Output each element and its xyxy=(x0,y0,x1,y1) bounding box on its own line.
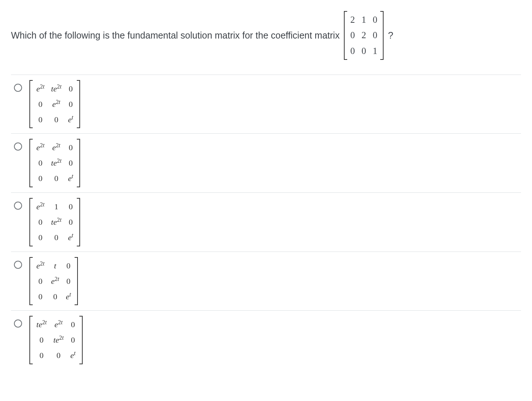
matrix-cell: 1 xyxy=(54,201,58,213)
matrix-cell: 0 xyxy=(40,334,44,346)
bracket-left xyxy=(29,257,33,306)
matrix-cell: te2t xyxy=(36,319,47,330)
radio-D[interactable] xyxy=(14,261,22,269)
bracket-right xyxy=(77,139,80,187)
matrix-cell: 0 xyxy=(69,216,73,228)
matrix-cell: 1 xyxy=(373,44,377,58)
question-stem: Which of the following is the fundamenta… xyxy=(11,11,521,60)
matrix-cell: e2t xyxy=(36,142,44,153)
option-D-content: e2t t 0 0 e2t 0 0 0 et xyxy=(29,257,78,306)
bracket-right xyxy=(380,11,384,60)
bracket-left xyxy=(29,316,33,364)
matrix-cell: 0 xyxy=(362,44,366,58)
matrix-cell: e2t xyxy=(51,275,59,287)
option-E-content: te2t e2t 0 0 te2t 0 0 0 et xyxy=(29,316,83,364)
matrix-cell: 0 xyxy=(71,334,75,346)
matrix-cell: 0 xyxy=(69,142,73,153)
matrix-cell: te2t xyxy=(51,216,61,228)
bracket-left xyxy=(344,11,347,60)
coefficient-matrix: 2 1 0 0 2 0 0 0 1 xyxy=(344,11,384,60)
matrix-cell: 0 xyxy=(39,275,43,287)
matrix-cell: 0 xyxy=(39,157,43,169)
matrix-cell: 2 xyxy=(362,29,366,42)
matrix-cell: e2t xyxy=(52,142,60,153)
matrix-grid: 2 1 0 0 2 0 0 0 1 xyxy=(349,11,378,60)
option-E[interactable]: te2t e2t 0 0 te2t 0 0 0 et xyxy=(11,310,521,369)
radio-C[interactable] xyxy=(14,202,22,210)
matrix-cell: 0 xyxy=(350,29,355,42)
matrix-cell: 0 xyxy=(69,98,73,110)
matrix-cell: 0 xyxy=(66,260,71,272)
options-list: e2t te2t 0 0 e2t 0 0 0 et e2t xyxy=(11,75,521,369)
matrix-cell: 0 xyxy=(40,350,44,361)
matrix-cell: 0 xyxy=(39,173,43,184)
matrix-cell: et xyxy=(66,291,71,303)
matrix-cell: 1 xyxy=(362,13,366,26)
matrix-grid: te2t e2t 0 0 te2t 0 0 0 et xyxy=(35,316,77,364)
bracket-left xyxy=(29,80,33,129)
matrix-cell: e2t xyxy=(36,83,44,95)
bracket-left xyxy=(29,139,33,187)
matrix-cell: 0 xyxy=(66,275,71,287)
matrix-cell: 0 xyxy=(39,216,43,228)
matrix-cell: 0 xyxy=(350,44,355,58)
matrix-cell: te2t xyxy=(51,157,61,169)
matrix-cell: e2t xyxy=(54,319,62,330)
bracket-right xyxy=(75,257,78,306)
matrix-cell: 0 xyxy=(54,232,58,243)
radio-E[interactable] xyxy=(14,319,22,328)
bracket-right xyxy=(79,316,83,364)
matrix-cell: et xyxy=(68,173,73,184)
matrix-cell: 0 xyxy=(39,98,43,110)
matrix-cell: 0 xyxy=(54,173,58,184)
question-text-after: ? xyxy=(388,30,393,41)
matrix-cell: t xyxy=(54,260,56,272)
bracket-right xyxy=(77,198,80,246)
matrix-cell: te2t xyxy=(53,334,64,346)
matrix-cell: 0 xyxy=(54,114,58,126)
matrix-cell: 0 xyxy=(373,29,377,42)
option-B[interactable]: e2t e2t 0 0 te2t 0 0 0 et xyxy=(11,133,521,192)
radio-A[interactable] xyxy=(14,84,22,92)
matrix-cell: 0 xyxy=(373,13,377,26)
bracket-left xyxy=(29,198,33,246)
matrix-cell: e2t xyxy=(52,98,60,110)
matrix-cell: 0 xyxy=(57,350,61,361)
matrix-grid: e2t e2t 0 0 te2t 0 0 0 et xyxy=(35,139,75,187)
matrix-cell: 0 xyxy=(71,319,75,330)
option-A[interactable]: e2t te2t 0 0 e2t 0 0 0 et xyxy=(11,75,521,134)
matrix-cell: et xyxy=(68,114,73,126)
matrix-grid: e2t te2t 0 0 e2t 0 0 0 et xyxy=(35,80,75,129)
matrix-cell: 0 xyxy=(39,232,43,243)
matrix-cell: 0 xyxy=(69,157,73,169)
matrix-grid: e2t 1 0 0 te2t 0 0 0 et xyxy=(35,198,75,246)
matrix-cell: 2 xyxy=(350,13,355,26)
matrix-cell: et xyxy=(70,350,75,361)
matrix-cell: et xyxy=(68,232,73,243)
option-D[interactable]: e2t t 0 0 e2t 0 0 0 et xyxy=(11,252,521,311)
matrix-cell: 0 xyxy=(39,291,43,303)
matrix-grid: e2t t 0 0 e2t 0 0 0 et xyxy=(35,257,72,306)
option-C-content: e2t 1 0 0 te2t 0 0 0 et xyxy=(29,198,80,246)
matrix-cell: 0 xyxy=(69,201,73,213)
radio-B[interactable] xyxy=(14,142,22,151)
question-text-before: Which of the following is the fundamenta… xyxy=(11,30,339,41)
matrix-cell: te2t xyxy=(51,83,61,95)
matrix-cell: 0 xyxy=(39,114,43,126)
option-B-content: e2t e2t 0 0 te2t 0 0 0 et xyxy=(29,139,80,187)
matrix-cell: e2t xyxy=(36,260,44,272)
option-A-content: e2t te2t 0 0 e2t 0 0 0 et xyxy=(29,80,80,129)
bracket-right xyxy=(77,80,80,129)
matrix-cell: 0 xyxy=(53,291,57,303)
matrix-cell: 0 xyxy=(69,83,73,95)
matrix-cell: e2t xyxy=(36,201,44,213)
option-C[interactable]: e2t 1 0 0 te2t 0 0 0 et xyxy=(11,192,521,252)
